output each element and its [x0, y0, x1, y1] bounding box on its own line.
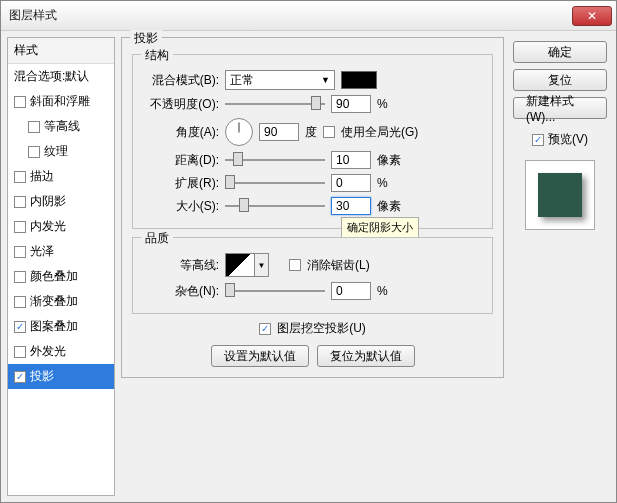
spread-label: 扩展(R): — [141, 175, 219, 192]
preview-box — [525, 160, 595, 230]
sidebar-item-outer-glow[interactable]: 外发光 — [8, 339, 114, 364]
checkbox-icon[interactable]: ✓ — [14, 321, 26, 333]
preview-checkbox[interactable]: ✓ — [532, 134, 544, 146]
distance-unit: 像素 — [377, 152, 401, 169]
checkbox-icon[interactable] — [14, 96, 26, 108]
knockout-checkbox[interactable]: ✓ — [259, 323, 271, 335]
checkbox-icon[interactable] — [14, 271, 26, 283]
checkbox-icon[interactable] — [14, 221, 26, 233]
sidebar-header: 样式 — [8, 38, 114, 64]
opacity-label: 不透明度(O): — [141, 96, 219, 113]
new-style-button[interactable]: 新建样式(W)... — [513, 97, 607, 119]
sidebar-item-inner-shadow[interactable]: 内阴影 — [8, 189, 114, 214]
opacity-unit: % — [377, 97, 388, 111]
angle-input[interactable]: 90 — [259, 123, 299, 141]
noise-label: 杂色(N): — [141, 283, 219, 300]
knockout-label: 图层挖空投影(U) — [277, 320, 366, 337]
size-input[interactable]: 30 — [331, 197, 371, 215]
structure-title: 结构 — [141, 47, 173, 64]
ok-button[interactable]: 确定 — [513, 41, 607, 63]
close-icon: ✕ — [587, 9, 597, 23]
antialias-label: 消除锯齿(L) — [307, 257, 370, 274]
blend-mode-label: 混合模式(B): — [141, 72, 219, 89]
styles-sidebar: 样式 混合选项:默认 斜面和浮雕 等高线 纹理 描边 内阴影 内发光 光泽 颜色… — [7, 37, 115, 496]
sidebar-item-stroke[interactable]: 描边 — [8, 164, 114, 189]
checkbox-icon[interactable] — [28, 121, 40, 133]
angle-unit: 度 — [305, 124, 317, 141]
sidebar-item-texture[interactable]: 纹理 — [8, 139, 114, 164]
cancel-button[interactable]: 复位 — [513, 69, 607, 91]
opacity-input[interactable]: 90 — [331, 95, 371, 113]
titlebar: 图层样式 ✕ — [1, 1, 616, 31]
layer-style-dialog: 图层样式 ✕ 样式 混合选项:默认 斜面和浮雕 等高线 纹理 描边 内阴影 内发… — [0, 0, 617, 503]
preview-swatch — [538, 173, 582, 217]
checkbox-icon[interactable] — [14, 246, 26, 258]
sidebar-item-bevel[interactable]: 斜面和浮雕 — [8, 89, 114, 114]
noise-slider[interactable] — [225, 283, 325, 299]
spread-input[interactable]: 0 — [331, 174, 371, 192]
checkbox-icon[interactable] — [14, 196, 26, 208]
shadow-color-swatch[interactable] — [341, 71, 377, 89]
sidebar-item-inner-glow[interactable]: 内发光 — [8, 214, 114, 239]
sidebar-item-pattern-overlay[interactable]: ✓图案叠加 — [8, 314, 114, 339]
checkbox-icon[interactable] — [28, 146, 40, 158]
antialias-checkbox[interactable] — [289, 259, 301, 271]
preview-label: 预览(V) — [548, 131, 588, 148]
quality-group: 品质 等高线: ▼ 消除锯齿(L) 杂色(N): — [132, 237, 493, 314]
distance-slider[interactable] — [225, 152, 325, 168]
drop-shadow-panel: 投影 结构 混合模式(B): 正常 ▼ — [121, 37, 504, 378]
quality-title: 品质 — [141, 230, 173, 247]
noise-input[interactable]: 0 — [331, 282, 371, 300]
structure-group: 结构 混合模式(B): 正常 ▼ 不透明度(O): — [132, 54, 493, 229]
checkbox-icon[interactable] — [14, 346, 26, 358]
size-unit: 像素 — [377, 198, 401, 215]
checkbox-icon[interactable] — [14, 296, 26, 308]
sidebar-item-color-overlay[interactable]: 颜色叠加 — [8, 264, 114, 289]
opacity-slider[interactable] — [225, 96, 325, 112]
distance-label: 距离(D): — [141, 152, 219, 169]
spread-unit: % — [377, 176, 388, 190]
angle-label: 角度(A): — [141, 124, 219, 141]
checkbox-icon[interactable] — [14, 171, 26, 183]
chevron-down-icon[interactable]: ▼ — [255, 253, 269, 277]
angle-dial[interactable] — [225, 118, 253, 146]
window-title: 图层样式 — [9, 7, 572, 24]
size-label: 大小(S): — [141, 198, 219, 215]
panel-title: 投影 — [130, 30, 162, 47]
distance-input[interactable]: 10 — [331, 151, 371, 169]
global-light-label: 使用全局光(G) — [341, 124, 418, 141]
contour-label: 等高线: — [141, 257, 219, 274]
size-tooltip: 确定阴影大小 — [341, 217, 419, 238]
spread-slider[interactable] — [225, 175, 325, 191]
close-button[interactable]: ✕ — [572, 6, 612, 26]
sidebar-blend-defaults[interactable]: 混合选项:默认 — [8, 64, 114, 89]
blend-mode-select[interactable]: 正常 ▼ — [225, 70, 335, 90]
sidebar-item-satin[interactable]: 光泽 — [8, 239, 114, 264]
noise-unit: % — [377, 284, 388, 298]
size-slider[interactable] — [225, 198, 325, 214]
sidebar-item-gradient-overlay[interactable]: 渐变叠加 — [8, 289, 114, 314]
right-panel: 确定 复位 新建样式(W)... ✓ 预览(V) — [510, 37, 610, 496]
reset-default-button[interactable]: 复位为默认值 — [317, 345, 415, 367]
global-light-checkbox[interactable] — [323, 126, 335, 138]
sidebar-item-drop-shadow[interactable]: ✓投影 — [8, 364, 114, 389]
chevron-down-icon: ▼ — [321, 75, 330, 85]
checkbox-icon[interactable]: ✓ — [14, 371, 26, 383]
set-default-button[interactable]: 设置为默认值 — [211, 345, 309, 367]
contour-picker[interactable] — [225, 253, 255, 277]
sidebar-item-contour[interactable]: 等高线 — [8, 114, 114, 139]
